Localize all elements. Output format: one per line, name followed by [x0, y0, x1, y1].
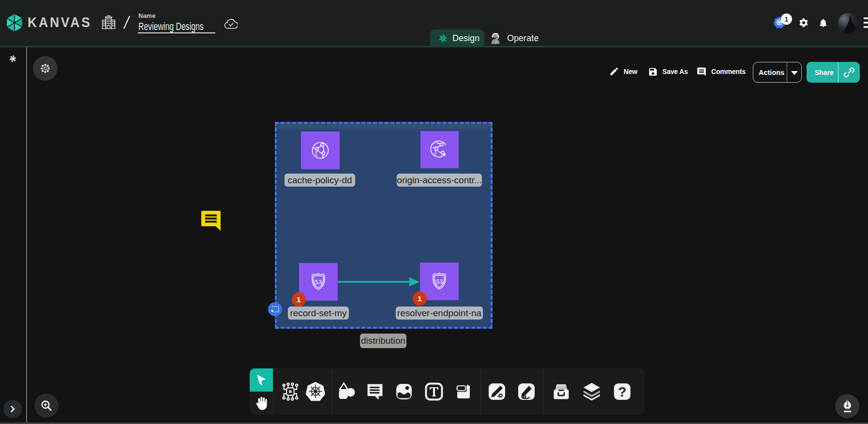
svg-text:?: ? — [618, 384, 626, 399]
svg-text:53: 53 — [314, 278, 322, 286]
svg-text:53: 53 — [435, 278, 443, 285]
